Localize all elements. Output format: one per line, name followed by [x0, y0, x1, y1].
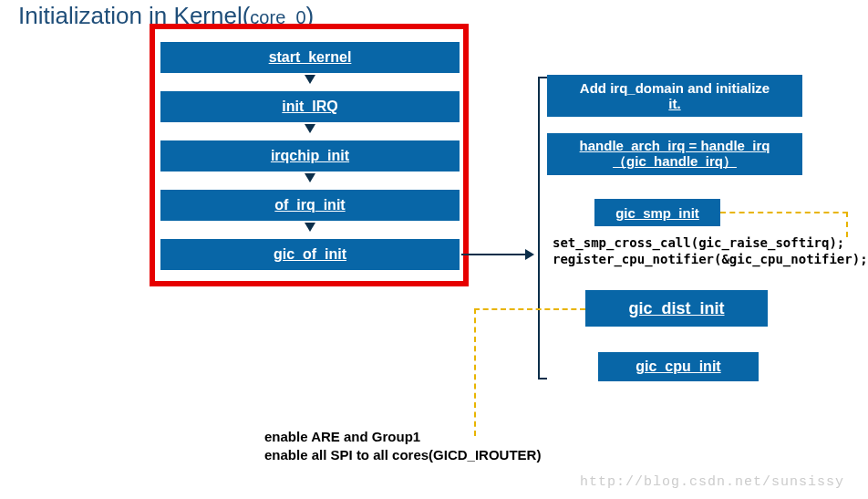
arrow-down-icon	[305, 223, 315, 232]
flow-start-kernel: start_kernel	[160, 42, 460, 73]
box-add-irq-domain: Add irq_domain and initialize it.	[547, 75, 802, 117]
box-gic-cpu-init: gic_cpu_init	[598, 352, 759, 381]
flow-gic-of-init: gic_of_init	[160, 239, 460, 270]
brace-cap	[538, 77, 547, 78]
text-line: Add irq_domain and initialize	[580, 80, 770, 96]
arrow-down-icon	[305, 173, 315, 182]
box-gic-dist-init: gic_dist_init	[585, 290, 768, 327]
box-handle-arch-irq: handle_arch_irq = handle_irq （gic_handle…	[547, 133, 802, 175]
arrow-down-icon	[305, 124, 315, 133]
text-line: gic_dist_init	[628, 299, 724, 318]
dotted-connector	[474, 308, 585, 436]
code-set-smp-cross-call: set_smp_cross_call(gic_raise_softirq);	[553, 235, 844, 250]
flow-init-irq: init_IRQ	[160, 91, 460, 122]
flow-label: irqchip_init	[271, 148, 349, 164]
arrow-down-icon	[305, 75, 315, 84]
text-line: gic_cpu_init	[636, 359, 720, 375]
arrow-right-icon	[525, 249, 534, 260]
text-line: it.	[668, 96, 680, 111]
text-line: handle_arch_irq = handle_irq	[580, 138, 770, 153]
flow-of-irq-init: of_irq_init	[160, 190, 460, 221]
note-enable-spi: enable all SPI to all cores(GICD_IROUTER…	[264, 447, 541, 463]
arrow-line	[461, 254, 525, 255]
flow-label: of_irq_init	[274, 197, 345, 213]
flow-label: init_IRQ	[282, 99, 337, 115]
flow-label: start_kernel	[269, 49, 352, 66]
dotted-connector	[720, 212, 848, 237]
text-line: gic_smp_init	[615, 205, 699, 221]
flow-label: gic_of_init	[274, 246, 346, 263]
flow-irqchip-init: irqchip_init	[160, 140, 460, 172]
watermark: http://blog.csdn.net/sunsissy	[580, 474, 844, 490]
text-line: （gic_handle_irq）	[613, 153, 737, 171]
note-enable-are: enable ARE and Group1	[264, 429, 420, 444]
box-gic-smp-init: gic_smp_init	[594, 199, 720, 226]
code-register-cpu-notifier: register_cpu_notifier(&gic_cpu_notifier)…	[553, 252, 868, 266]
